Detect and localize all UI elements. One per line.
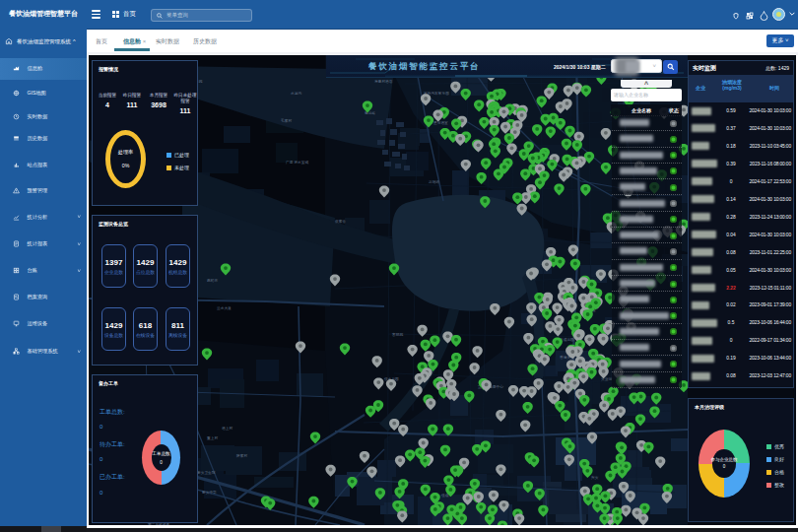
svg-text:富丽苑: 富丽苑 [392, 332, 403, 337]
svg-text:水运沟: 水运沟 [291, 91, 301, 96]
svg-text:苏福路: 苏福路 [429, 179, 439, 184]
svg-text:海曼村酒店: 海曼村酒店 [374, 79, 393, 84]
svg-text:依家舍: 依家舍 [335, 219, 346, 224]
svg-text:星河酒宜: 星河酒宜 [433, 120, 448, 125]
svg-text:酒上村: 酒上村 [222, 426, 233, 431]
svg-text:重上村: 重上村 [207, 435, 218, 440]
svg-text:兰水大道: 兰水大道 [217, 305, 232, 310]
svg-text:西柏市: 西柏市 [207, 278, 218, 283]
svg-text:隆家村: 隆家村 [236, 453, 247, 458]
svg-text:毛家村: 毛家村 [281, 118, 292, 123]
svg-text:兴安: 兴安 [591, 475, 599, 480]
svg-text:新安卫生院: 新安卫生院 [197, 470, 216, 475]
svg-text:新安中学: 新安中学 [202, 490, 217, 495]
svg-text:广厦 京水宝城: 广厦 京水宝城 [286, 160, 308, 165]
